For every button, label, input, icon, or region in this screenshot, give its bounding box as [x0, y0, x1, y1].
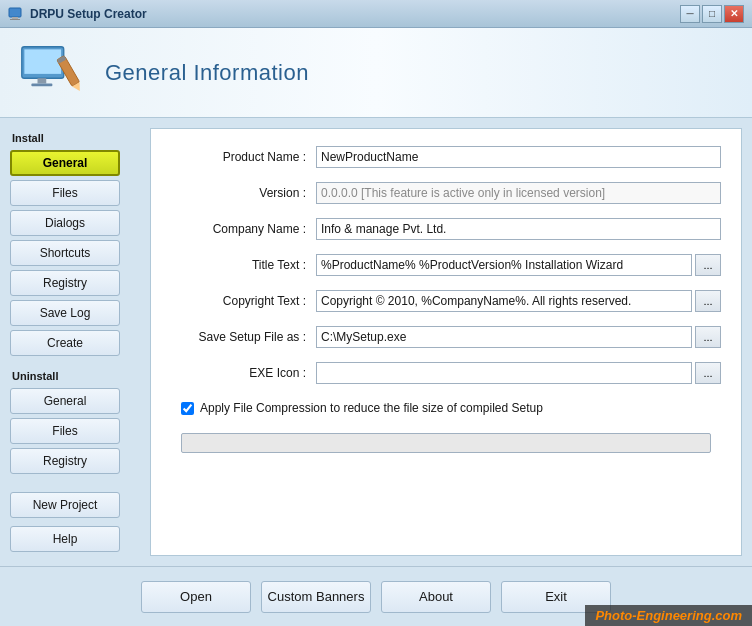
- sidebar-item-uninstall-general[interactable]: General: [10, 388, 120, 414]
- product-name-label: Product Name :: [171, 150, 316, 164]
- bottom-bar: Open Custom Banners About Exit Photo-Eng…: [0, 566, 752, 626]
- svg-rect-0: [9, 8, 21, 17]
- install-section-label: Install: [10, 132, 140, 144]
- watermark: Photo-Engineering.com: [585, 605, 752, 626]
- help-button[interactable]: Help: [10, 526, 120, 552]
- sidebar-item-install-shortcuts[interactable]: Shortcuts: [10, 240, 120, 266]
- save-setup-field-group: ...: [316, 326, 721, 348]
- exe-icon-browse-button[interactable]: ...: [695, 362, 721, 384]
- watermark-prefix: Photo-: [595, 608, 636, 623]
- company-name-input[interactable]: [316, 218, 721, 240]
- header-icon: [20, 38, 90, 108]
- open-button[interactable]: Open: [141, 581, 251, 613]
- sidebar-item-install-create[interactable]: Create: [10, 330, 120, 356]
- save-setup-browse-button[interactable]: ...: [695, 326, 721, 348]
- sidebar-item-install-dialogs[interactable]: Dialogs: [10, 210, 120, 236]
- product-name-input[interactable]: [316, 146, 721, 168]
- svg-rect-4: [24, 49, 61, 74]
- save-setup-label: Save Setup File as :: [171, 330, 316, 344]
- custom-banners-button[interactable]: Custom Banners: [261, 581, 371, 613]
- version-row: Version :: [171, 180, 721, 206]
- svg-rect-5: [38, 78, 47, 83]
- progress-bar: [181, 433, 711, 453]
- sidebar-item-uninstall-registry[interactable]: Registry: [10, 448, 120, 474]
- compression-label[interactable]: Apply File Compression to reduce the fil…: [200, 401, 543, 415]
- maximize-button[interactable]: □: [702, 5, 722, 23]
- sidebar-item-install-general[interactable]: General: [10, 150, 120, 176]
- sidebar-item-install-files[interactable]: Files: [10, 180, 120, 206]
- exe-icon-label: EXE Icon :: [171, 366, 316, 380]
- copyright-text-browse-button[interactable]: ...: [695, 290, 721, 312]
- company-name-label: Company Name :: [171, 222, 316, 236]
- minimize-button[interactable]: ─: [680, 5, 700, 23]
- svg-rect-6: [31, 83, 52, 86]
- copyright-text-input[interactable]: [316, 290, 692, 312]
- version-label: Version :: [171, 186, 316, 200]
- exe-icon-input[interactable]: [316, 362, 692, 384]
- sidebar-item-uninstall-files[interactable]: Files: [10, 418, 120, 444]
- content-area: Install General Files Dialogs Shortcuts …: [0, 118, 752, 566]
- svg-rect-1: [12, 17, 18, 19]
- version-input: [316, 182, 721, 204]
- exe-icon-row: EXE Icon : ...: [171, 360, 721, 386]
- app-icon: [8, 6, 24, 22]
- title-text-row: Title Text : ...: [171, 252, 721, 278]
- sidebar: Install General Files Dialogs Shortcuts …: [10, 128, 140, 556]
- uninstall-section-label: Uninstall: [10, 370, 140, 382]
- company-name-row: Company Name :: [171, 216, 721, 242]
- title-bar: DRPU Setup Creator ─ □ ✕: [0, 0, 752, 28]
- watermark-suffix: Engineering.com: [637, 608, 742, 623]
- compression-checkbox[interactable]: [181, 402, 194, 415]
- new-project-button[interactable]: New Project: [10, 492, 120, 518]
- title-text-browse-button[interactable]: ...: [695, 254, 721, 276]
- save-setup-row: Save Setup File as : ...: [171, 324, 721, 350]
- window-title: DRPU Setup Creator: [30, 7, 680, 21]
- header: General Information: [0, 28, 752, 118]
- save-setup-input[interactable]: [316, 326, 692, 348]
- compression-checkbox-row: Apply File Compression to reduce the fil…: [181, 401, 721, 415]
- close-button[interactable]: ✕: [724, 5, 744, 23]
- window-controls: ─ □ ✕: [680, 5, 744, 23]
- form-area: Product Name : Version : Company Name : …: [150, 128, 742, 556]
- about-button[interactable]: About: [381, 581, 491, 613]
- sidebar-item-install-registry[interactable]: Registry: [10, 270, 120, 296]
- title-text-label: Title Text :: [171, 258, 316, 272]
- copyright-text-row: Copyright Text : ...: [171, 288, 721, 314]
- title-text-field-group: ...: [316, 254, 721, 276]
- main-window: General Information Install General File…: [0, 28, 752, 626]
- title-text-input[interactable]: [316, 254, 692, 276]
- svg-rect-2: [10, 19, 20, 20]
- exe-icon-field-group: ...: [316, 362, 721, 384]
- product-name-row: Product Name :: [171, 144, 721, 170]
- sidebar-item-install-savelog[interactable]: Save Log: [10, 300, 120, 326]
- page-title: General Information: [105, 60, 309, 86]
- copyright-text-field-group: ...: [316, 290, 721, 312]
- copyright-text-label: Copyright Text :: [171, 294, 316, 308]
